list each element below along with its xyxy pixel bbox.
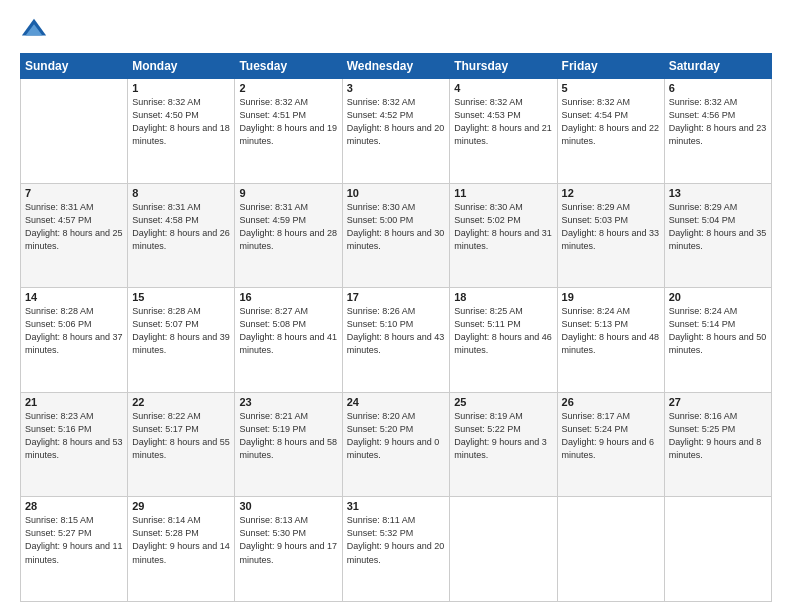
day-info: Sunrise: 8:29 AM Sunset: 5:04 PM Dayligh… <box>669 201 767 253</box>
calendar-cell: 18Sunrise: 8:25 AM Sunset: 5:11 PM Dayli… <box>450 288 557 393</box>
day-number: 13 <box>669 187 767 199</box>
day-info: Sunrise: 8:24 AM Sunset: 5:14 PM Dayligh… <box>669 305 767 357</box>
day-info: Sunrise: 8:31 AM Sunset: 4:57 PM Dayligh… <box>25 201 123 253</box>
day-number: 29 <box>132 500 230 512</box>
calendar-cell: 16Sunrise: 8:27 AM Sunset: 5:08 PM Dayli… <box>235 288 342 393</box>
day-info: Sunrise: 8:32 AM Sunset: 4:50 PM Dayligh… <box>132 96 230 148</box>
day-info: Sunrise: 8:29 AM Sunset: 5:03 PM Dayligh… <box>562 201 660 253</box>
calendar-cell: 4Sunrise: 8:32 AM Sunset: 4:53 PM Daylig… <box>450 79 557 184</box>
calendar-cell: 13Sunrise: 8:29 AM Sunset: 5:04 PM Dayli… <box>664 183 771 288</box>
calendar-cell <box>21 79 128 184</box>
calendar-cell <box>557 497 664 602</box>
day-number: 10 <box>347 187 446 199</box>
calendar-day-header: Monday <box>128 54 235 79</box>
calendar-cell: 27Sunrise: 8:16 AM Sunset: 5:25 PM Dayli… <box>664 392 771 497</box>
day-info: Sunrise: 8:23 AM Sunset: 5:16 PM Dayligh… <box>25 410 123 462</box>
day-info: Sunrise: 8:32 AM Sunset: 4:53 PM Dayligh… <box>454 96 552 148</box>
calendar-cell: 10Sunrise: 8:30 AM Sunset: 5:00 PM Dayli… <box>342 183 450 288</box>
day-number: 15 <box>132 291 230 303</box>
day-number: 17 <box>347 291 446 303</box>
calendar-cell: 7Sunrise: 8:31 AM Sunset: 4:57 PM Daylig… <box>21 183 128 288</box>
day-info: Sunrise: 8:32 AM Sunset: 4:51 PM Dayligh… <box>239 96 337 148</box>
calendar-day-header: Saturday <box>664 54 771 79</box>
day-number: 25 <box>454 396 552 408</box>
calendar-week-row: 7Sunrise: 8:31 AM Sunset: 4:57 PM Daylig… <box>21 183 772 288</box>
day-info: Sunrise: 8:21 AM Sunset: 5:19 PM Dayligh… <box>239 410 337 462</box>
day-number: 30 <box>239 500 337 512</box>
day-number: 2 <box>239 82 337 94</box>
day-info: Sunrise: 8:11 AM Sunset: 5:32 PM Dayligh… <box>347 514 446 566</box>
calendar-cell: 25Sunrise: 8:19 AM Sunset: 5:22 PM Dayli… <box>450 392 557 497</box>
day-number: 23 <box>239 396 337 408</box>
day-number: 11 <box>454 187 552 199</box>
header <box>20 15 772 43</box>
calendar-cell: 5Sunrise: 8:32 AM Sunset: 4:54 PM Daylig… <box>557 79 664 184</box>
day-info: Sunrise: 8:22 AM Sunset: 5:17 PM Dayligh… <box>132 410 230 462</box>
calendar-week-row: 21Sunrise: 8:23 AM Sunset: 5:16 PM Dayli… <box>21 392 772 497</box>
day-number: 26 <box>562 396 660 408</box>
calendar-cell: 28Sunrise: 8:15 AM Sunset: 5:27 PM Dayli… <box>21 497 128 602</box>
day-number: 1 <box>132 82 230 94</box>
calendar-cell <box>450 497 557 602</box>
day-number: 19 <box>562 291 660 303</box>
logo-icon <box>20 15 48 43</box>
calendar-cell: 17Sunrise: 8:26 AM Sunset: 5:10 PM Dayli… <box>342 288 450 393</box>
day-info: Sunrise: 8:32 AM Sunset: 4:52 PM Dayligh… <box>347 96 446 148</box>
calendar-cell <box>664 497 771 602</box>
day-info: Sunrise: 8:16 AM Sunset: 5:25 PM Dayligh… <box>669 410 767 462</box>
calendar-cell: 31Sunrise: 8:11 AM Sunset: 5:32 PM Dayli… <box>342 497 450 602</box>
day-number: 7 <box>25 187 123 199</box>
day-info: Sunrise: 8:30 AM Sunset: 5:00 PM Dayligh… <box>347 201 446 253</box>
day-number: 31 <box>347 500 446 512</box>
day-number: 8 <box>132 187 230 199</box>
calendar-day-header: Friday <box>557 54 664 79</box>
calendar-table: SundayMondayTuesdayWednesdayThursdayFrid… <box>20 53 772 602</box>
day-info: Sunrise: 8:32 AM Sunset: 4:56 PM Dayligh… <box>669 96 767 148</box>
day-number: 9 <box>239 187 337 199</box>
day-info: Sunrise: 8:19 AM Sunset: 5:22 PM Dayligh… <box>454 410 552 462</box>
calendar-cell: 26Sunrise: 8:17 AM Sunset: 5:24 PM Dayli… <box>557 392 664 497</box>
calendar-week-row: 1Sunrise: 8:32 AM Sunset: 4:50 PM Daylig… <box>21 79 772 184</box>
day-info: Sunrise: 8:32 AM Sunset: 4:54 PM Dayligh… <box>562 96 660 148</box>
day-number: 24 <box>347 396 446 408</box>
calendar-cell: 19Sunrise: 8:24 AM Sunset: 5:13 PM Dayli… <box>557 288 664 393</box>
calendar-cell: 14Sunrise: 8:28 AM Sunset: 5:06 PM Dayli… <box>21 288 128 393</box>
page: SundayMondayTuesdayWednesdayThursdayFrid… <box>0 0 792 612</box>
calendar-cell: 6Sunrise: 8:32 AM Sunset: 4:56 PM Daylig… <box>664 79 771 184</box>
calendar-cell: 9Sunrise: 8:31 AM Sunset: 4:59 PM Daylig… <box>235 183 342 288</box>
day-info: Sunrise: 8:15 AM Sunset: 5:27 PM Dayligh… <box>25 514 123 566</box>
calendar-cell: 1Sunrise: 8:32 AM Sunset: 4:50 PM Daylig… <box>128 79 235 184</box>
calendar-day-header: Thursday <box>450 54 557 79</box>
calendar-cell: 12Sunrise: 8:29 AM Sunset: 5:03 PM Dayli… <box>557 183 664 288</box>
calendar-cell: 8Sunrise: 8:31 AM Sunset: 4:58 PM Daylig… <box>128 183 235 288</box>
day-info: Sunrise: 8:31 AM Sunset: 4:58 PM Dayligh… <box>132 201 230 253</box>
calendar-cell: 22Sunrise: 8:22 AM Sunset: 5:17 PM Dayli… <box>128 392 235 497</box>
day-number: 18 <box>454 291 552 303</box>
day-info: Sunrise: 8:31 AM Sunset: 4:59 PM Dayligh… <box>239 201 337 253</box>
calendar-header-row: SundayMondayTuesdayWednesdayThursdayFrid… <box>21 54 772 79</box>
day-info: Sunrise: 8:28 AM Sunset: 5:06 PM Dayligh… <box>25 305 123 357</box>
day-number: 6 <box>669 82 767 94</box>
calendar-cell: 15Sunrise: 8:28 AM Sunset: 5:07 PM Dayli… <box>128 288 235 393</box>
calendar-week-row: 28Sunrise: 8:15 AM Sunset: 5:27 PM Dayli… <box>21 497 772 602</box>
day-info: Sunrise: 8:20 AM Sunset: 5:20 PM Dayligh… <box>347 410 446 462</box>
day-number: 16 <box>239 291 337 303</box>
day-number: 27 <box>669 396 767 408</box>
calendar-cell: 11Sunrise: 8:30 AM Sunset: 5:02 PM Dayli… <box>450 183 557 288</box>
day-info: Sunrise: 8:13 AM Sunset: 5:30 PM Dayligh… <box>239 514 337 566</box>
day-number: 21 <box>25 396 123 408</box>
day-info: Sunrise: 8:24 AM Sunset: 5:13 PM Dayligh… <box>562 305 660 357</box>
day-info: Sunrise: 8:14 AM Sunset: 5:28 PM Dayligh… <box>132 514 230 566</box>
day-info: Sunrise: 8:27 AM Sunset: 5:08 PM Dayligh… <box>239 305 337 357</box>
day-info: Sunrise: 8:30 AM Sunset: 5:02 PM Dayligh… <box>454 201 552 253</box>
calendar-cell: 23Sunrise: 8:21 AM Sunset: 5:19 PM Dayli… <box>235 392 342 497</box>
day-number: 14 <box>25 291 123 303</box>
day-info: Sunrise: 8:26 AM Sunset: 5:10 PM Dayligh… <box>347 305 446 357</box>
calendar-day-header: Wednesday <box>342 54 450 79</box>
calendar-cell: 3Sunrise: 8:32 AM Sunset: 4:52 PM Daylig… <box>342 79 450 184</box>
calendar-week-row: 14Sunrise: 8:28 AM Sunset: 5:06 PM Dayli… <box>21 288 772 393</box>
calendar-cell: 24Sunrise: 8:20 AM Sunset: 5:20 PM Dayli… <box>342 392 450 497</box>
day-number: 5 <box>562 82 660 94</box>
calendar-cell: 30Sunrise: 8:13 AM Sunset: 5:30 PM Dayli… <box>235 497 342 602</box>
day-number: 22 <box>132 396 230 408</box>
